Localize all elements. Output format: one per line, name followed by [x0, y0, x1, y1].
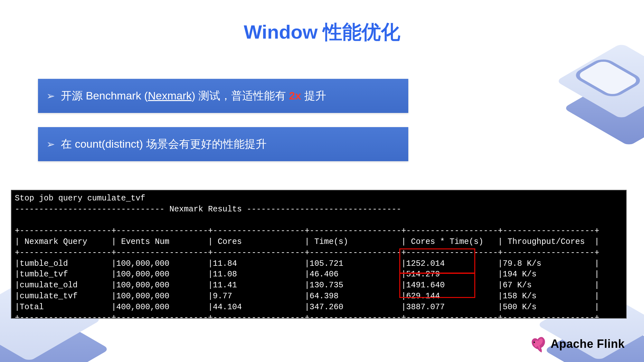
bullet-2: ➢ 在 count(distinct) 场景会有更好的性能提升	[38, 127, 408, 161]
svg-point-0	[534, 342, 535, 343]
bullet-1-emphasis: 2x	[289, 89, 301, 102]
bullet-1-post: 提升	[301, 89, 326, 102]
bullet-1-mid: ) 测试，普适性能有	[192, 89, 289, 102]
terminal-output: Stop job query cumulate_tvf ------------…	[11, 190, 627, 319]
flink-squirrel-icon	[528, 335, 546, 353]
page-title: Window 性能优化	[0, 19, 644, 45]
bullet-2-text: 在 count(distinct) 场景会有更好的性能提升	[61, 137, 267, 152]
nexmark-link[interactable]: Nexmark	[148, 89, 192, 102]
decoration-top-right	[560, 32, 644, 154]
footer-logo: Apache Flink	[528, 335, 625, 353]
footer-brand-text: Apache Flink	[551, 337, 625, 351]
bullet-1: ➢ 开源 Benchmark (Nexmark) 测试，普适性能有 2x 提升	[38, 79, 408, 113]
bullet-1-pre: 开源 Benchmark (	[61, 89, 148, 102]
chevron-right-icon: ➢	[46, 139, 55, 149]
bullet-1-text: 开源 Benchmark (Nexmark) 测试，普适性能有 2x 提升	[61, 88, 326, 103]
chevron-right-icon: ➢	[46, 91, 55, 101]
